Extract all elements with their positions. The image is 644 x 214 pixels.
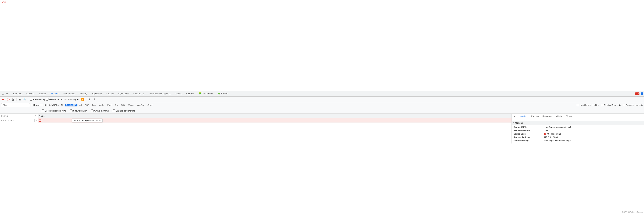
dot-option[interactable]: .* <box>4 119 6 122</box>
request-method-value: GET <box>544 129 548 132</box>
hide-data-urls-checkbox[interactable] <box>41 104 43 106</box>
devtools-tabs-list: Elements Console Sources Network Perform… <box>11 91 635 96</box>
remote-address-key: Remote Address: <box>514 136 544 138</box>
invert-checkbox[interactable] <box>31 104 34 106</box>
tab-security[interactable]: Security <box>104 91 116 96</box>
disable-cache-checkbox[interactable] <box>46 98 48 101</box>
clear-button[interactable]: 🗑 <box>11 98 15 101</box>
tab-network[interactable]: Network <box>49 91 61 96</box>
blocked-requests-label[interactable]: Blocked Requests <box>601 104 621 106</box>
has-blocked-cookies-checkbox[interactable] <box>576 104 579 106</box>
show-overview-label[interactable]: Show overview <box>70 109 87 112</box>
capture-screenshots-checkbox[interactable] <box>113 109 115 112</box>
device-icon[interactable]: ▭ <box>5 92 10 96</box>
tab-adblock[interactable]: AdBlock <box>184 91 196 96</box>
disable-cache-label[interactable]: Disable cache <box>46 98 62 101</box>
tab-sources[interactable]: Sources <box>36 91 48 96</box>
error-row-icon <box>39 119 41 122</box>
filter-tag-font[interactable]: Font <box>106 104 113 106</box>
capture-screenshots-label[interactable]: Capture screenshots <box>113 109 135 112</box>
detail-tab-response[interactable]: Response <box>541 114 554 119</box>
search-refresh-button[interactable]: ↺ <box>36 119 37 122</box>
throttle-select[interactable]: No throttling Slow 3G Fast 3G Offline <box>64 98 79 101</box>
request-url-row: Request URL: https://dummyjson.com/pdd/1 <box>514 125 642 129</box>
toolbar-sep-1 <box>16 98 16 101</box>
tooltip-url: https://dummyjson.com/pdd/1 <box>72 119 102 122</box>
tab-redux[interactable]: Redux <box>174 91 184 96</box>
inspect-icon[interactable]: ⬡ <box>1 92 5 96</box>
network-rows: 1 https://dummyjson.com/pdd/1 <box>38 118 512 144</box>
filter-tag-manifest[interactable]: Manifest <box>135 104 146 106</box>
invert-label[interactable]: Invert <box>31 104 40 106</box>
preserve-log-label[interactable]: Preserve log <box>30 98 45 101</box>
stop-button[interactable]: 🚫 <box>6 98 10 101</box>
tab-memory[interactable]: Memory <box>77 91 89 96</box>
show-overview-text: Show overview <box>73 110 87 112</box>
devtools-tab-bar: ⬡ ▭ Elements Console Sources Network Per… <box>0 91 644 97</box>
toolbar-sep-2 <box>28 98 28 101</box>
tab-recorder[interactable]: Recorder ▲ <box>131 91 146 96</box>
tab-performance[interactable]: Performance <box>61 91 77 96</box>
filter-tag-doc[interactable]: Doc <box>114 104 120 106</box>
detail-content: ▼ General Request URL: https://dummyjson… <box>512 119 644 144</box>
preserve-log-checkbox[interactable] <box>30 98 32 101</box>
filter-tag-img[interactable]: Img <box>91 104 97 106</box>
tab-components[interactable]: 🧩 Components <box>196 91 216 96</box>
use-large-rows-checkbox[interactable] <box>42 109 44 112</box>
show-overview-checkbox[interactable] <box>70 109 72 112</box>
tab-elements[interactable]: Elements <box>11 91 24 96</box>
import-button[interactable]: ⬆ <box>88 98 91 101</box>
filter-input[interactable] <box>1 103 30 107</box>
record-button[interactable]: ⏺ <box>1 98 5 101</box>
devtools-panel: ⬡ ▭ Elements Console Sources Network Per… <box>0 91 644 144</box>
has-blocked-cookies-label[interactable]: Has blocked cookies <box>576 104 599 106</box>
blocked-requests-checkbox[interactable] <box>601 104 603 106</box>
filter-tag-all[interactable]: All <box>60 104 64 106</box>
detail-panel: ✕ Headers Preview Response Initiator Tim… <box>512 114 644 144</box>
use-large-rows-label[interactable]: Use large request rows <box>42 109 66 112</box>
network-icon[interactable]: 📶 <box>80 98 84 101</box>
3rd-party-requests-checkbox[interactable] <box>623 104 625 106</box>
detail-tab-timing[interactable]: Timing <box>564 114 574 119</box>
detail-tab-initiator[interactable]: Initiator <box>554 114 564 119</box>
3rd-party-requests-label[interactable]: 3rd-party requests <box>623 104 643 106</box>
filter-tag-ws[interactable]: WS <box>120 104 126 106</box>
export-button[interactable]: ⬇ <box>92 98 96 101</box>
filter-button[interactable]: ⊟ <box>18 98 22 101</box>
tab-lighthouse[interactable]: Lighthouse <box>116 91 131 96</box>
filter-tag-js[interactable]: JS <box>78 104 83 106</box>
filter-tag-css[interactable]: CSS <box>84 104 90 106</box>
info-badge-count: 1 <box>641 93 642 95</box>
filter-tag-other[interactable]: Other <box>146 104 154 106</box>
tab-application[interactable]: Application <box>89 91 104 96</box>
blocked-requests-text: Blocked Requests <box>604 104 621 106</box>
page-content-area <box>0 0 644 91</box>
tab-console[interactable]: Console <box>24 91 36 96</box>
detail-close-button[interactable]: ✕ <box>513 115 516 118</box>
filter-tag-media[interactable]: Media <box>98 104 106 106</box>
tab-performance-insights[interactable]: Performance insights ▲ <box>146 91 173 96</box>
general-section-title: General <box>515 122 523 124</box>
remote-address-value: 127.0.0.1:9000 <box>544 136 558 138</box>
error-text: Error <box>0 0 7 3</box>
search-close-button[interactable]: ✕ <box>34 114 36 117</box>
status-error-dot <box>544 133 546 135</box>
filter-tag-fetch-xhr[interactable]: Fetch/XHR <box>65 104 78 106</box>
filter-tag-wasm[interactable]: Wasm <box>126 104 134 106</box>
detail-tab-preview[interactable]: Preview <box>530 114 541 119</box>
referrer-policy-key: Referrer Policy: <box>514 140 544 142</box>
filter-bar: Invert Hide data URLs All Fetch/XHR JS C… <box>0 102 644 108</box>
aa-option[interactable]: Aa <box>1 119 4 122</box>
detail-tab-headers[interactable]: Headers <box>518 114 530 119</box>
group-by-frame-checkbox[interactable] <box>91 109 94 112</box>
content-area: Search ✕ Aa .* ↺ ✕ Name 1 https://du <box>0 114 644 144</box>
col-name-header: Name <box>39 115 275 117</box>
search-button[interactable]: 🔍 <box>23 98 27 101</box>
request-method-key: Request Method: <box>514 129 544 132</box>
group-by-frame-label[interactable]: Group by frame <box>91 109 109 112</box>
general-section-header[interactable]: ▼ General <box>512 121 644 125</box>
search-input[interactable] <box>7 119 35 122</box>
table-row[interactable]: 1 https://dummyjson.com/pdd/1 <box>38 118 512 123</box>
tab-profiler[interactable]: 🧩 Profiler <box>216 91 230 96</box>
hide-data-urls-label[interactable]: Hide data URLs <box>41 104 59 106</box>
